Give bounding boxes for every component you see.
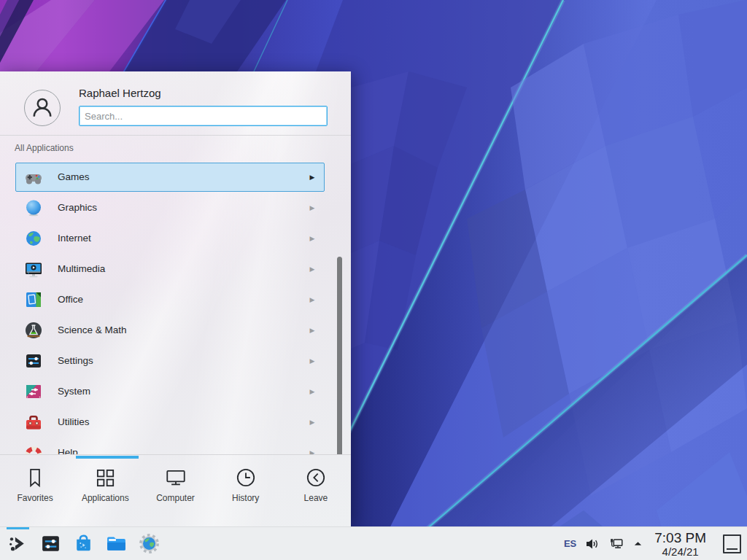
menu-item-multimedia[interactable]: Multimedia ▶ <box>0 254 351 284</box>
submenu-arrow-icon: ▶ <box>306 407 318 438</box>
menu-item-help[interactable]: Help ▶ <box>0 438 351 454</box>
discover-button[interactable] <box>72 532 95 555</box>
menu-item-label: Utilities <box>58 407 90 438</box>
system-icon <box>24 382 43 401</box>
tab-label: Favorites <box>17 493 53 503</box>
menu-item-label: Science & Math <box>58 315 127 346</box>
app-grid-icon <box>93 466 117 489</box>
app-launcher-button[interactable] <box>7 532 29 555</box>
submenu-arrow-icon: ▶ <box>306 223 318 254</box>
discover-bag-icon <box>72 532 95 555</box>
file-manager-button[interactable] <box>105 532 128 555</box>
menu-item-label: Internet <box>58 223 91 254</box>
kickoff-header: Raphael Hertzog <box>0 71 351 136</box>
menu-item-label: Games <box>58 162 90 192</box>
show-desktop-button[interactable] <box>723 534 741 553</box>
office-icon <box>24 290 43 309</box>
submenu-arrow-icon: ▶ <box>306 376 318 407</box>
menu-item-settings[interactable]: Settings ▶ <box>0 346 351 376</box>
keyboard-layout-indicator[interactable]: ES <box>564 538 576 549</box>
person-icon <box>28 93 57 122</box>
submenu-arrow-icon: ▶ <box>306 346 318 376</box>
section-label: All Applications <box>15 143 351 162</box>
tab-leave[interactable]: Leave <box>281 455 351 526</box>
lifebuoy-icon <box>24 443 43 454</box>
volume-icon[interactable] <box>584 536 600 552</box>
menu-item-graphics[interactable]: Graphics ▶ <box>0 192 351 223</box>
show-desktop-glyph <box>727 548 738 550</box>
sphere-icon <box>24 198 43 217</box>
active-tab-indicator <box>76 456 139 459</box>
menu-item-utilities[interactable]: Utilities ▶ <box>0 407 351 438</box>
kickoff-menu: Raphael Hertzog All Applications Games ▶ <box>0 71 351 526</box>
tray-expander-caret-icon[interactable] <box>632 538 643 549</box>
toolbox-icon <box>24 413 43 432</box>
taskbar-panel: ES 7:03 PM 4/24/21 <box>0 526 747 560</box>
digital-clock[interactable]: 7:03 PM 4/24/21 <box>651 531 709 557</box>
folder-icon <box>105 532 128 555</box>
menu-item-label: System <box>58 376 90 407</box>
browser-button[interactable] <box>138 532 160 555</box>
system-settings-icon <box>39 532 62 555</box>
bookmark-icon <box>23 466 47 489</box>
submenu-arrow-icon: ▶ <box>306 254 318 284</box>
tab-label: Computer <box>156 493 195 503</box>
settings-sliders-icon <box>24 351 43 370</box>
submenu-arrow-icon: ▶ <box>306 192 318 223</box>
tab-computer[interactable]: Computer <box>140 455 210 526</box>
kde-launcher-icon <box>7 532 29 555</box>
system-settings-button[interactable] <box>39 532 62 555</box>
menu-item-label: Graphics <box>58 192 97 223</box>
launcher-active-indicator <box>7 527 29 529</box>
clock-date: 4/24/21 <box>654 546 706 557</box>
menu-item-science-math[interactable]: Science & Math ▶ <box>0 315 351 346</box>
menu-item-internet[interactable]: Internet ▶ <box>0 223 351 254</box>
scrollbar-thumb[interactable] <box>337 257 342 454</box>
taskbar-launchers <box>0 532 160 555</box>
tab-favorites[interactable]: Favorites <box>0 455 70 526</box>
menu-item-office[interactable]: Office ▶ <box>0 284 351 315</box>
tab-history[interactable]: History <box>211 455 281 526</box>
network-icon[interactable] <box>608 536 624 552</box>
tab-label: History <box>232 493 259 503</box>
submenu-arrow-icon: ▶ <box>306 315 318 346</box>
menu-item-label: Office <box>58 284 83 315</box>
tab-applications[interactable]: Applications <box>70 455 140 526</box>
menu-item-label: Multimedia <box>58 254 105 284</box>
system-tray: ES 7:03 PM 4/24/21 <box>564 531 747 557</box>
submenu-arrow-icon: ▶ <box>306 438 318 454</box>
search-input[interactable] <box>79 106 328 126</box>
gamepad-icon <box>24 168 43 187</box>
application-category-list: Games ▶ Graphics ▶ <box>0 162 351 454</box>
menu-item-system[interactable]: System ▶ <box>0 376 351 407</box>
kickoff-tabbar: Favorites Applications Co <box>0 454 351 526</box>
clock-icon <box>234 466 258 489</box>
menu-item-games[interactable]: Games ▶ <box>0 162 351 192</box>
submenu-arrow-icon: ▶ <box>306 162 318 192</box>
menu-item-label: Settings <box>58 346 93 376</box>
user-avatar[interactable] <box>24 90 61 126</box>
globe-gear-icon <box>138 532 160 555</box>
tab-label: Applications <box>82 493 129 503</box>
menu-item-label: Help <box>58 438 78 454</box>
user-name: Raphael Hertzog <box>79 87 161 99</box>
science-flask-icon <box>24 321 43 340</box>
clock-time: 7:03 PM <box>654 531 706 545</box>
tab-label: Leave <box>304 493 328 503</box>
submenu-arrow-icon: ▶ <box>306 284 318 315</box>
monitor-icon <box>164 466 187 489</box>
multimedia-icon <box>24 260 43 279</box>
leave-back-icon <box>304 466 328 489</box>
globe-icon <box>24 229 43 248</box>
